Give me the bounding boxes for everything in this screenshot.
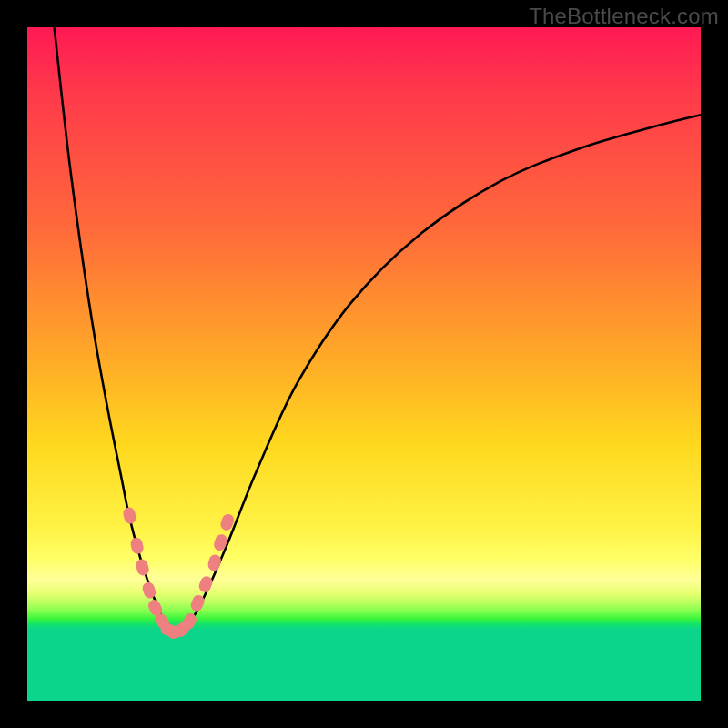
svg-rect-9 xyxy=(181,612,198,632)
marker-dot xyxy=(166,623,186,641)
svg-rect-12 xyxy=(207,553,223,572)
plot-area xyxy=(27,27,701,701)
marker-dot xyxy=(152,612,171,632)
marker-dot xyxy=(141,581,157,600)
marker-dot xyxy=(135,558,151,577)
svg-rect-3 xyxy=(141,581,157,600)
chart-frame: TheBottleneck.com xyxy=(0,0,728,728)
marker-dot xyxy=(212,533,228,552)
curve-layer xyxy=(27,27,701,701)
marker-dot xyxy=(197,574,215,594)
svg-rect-14 xyxy=(219,512,236,531)
svg-rect-6 xyxy=(159,622,178,638)
marker-group xyxy=(122,506,236,641)
svg-rect-4 xyxy=(147,598,165,618)
watermark-text: TheBottleneck.com xyxy=(529,4,719,29)
marker-dot xyxy=(172,620,192,640)
curve-group xyxy=(55,27,701,632)
svg-rect-0 xyxy=(122,506,137,525)
marker-dot xyxy=(159,622,178,638)
curve-left-branch xyxy=(55,27,169,632)
svg-rect-8 xyxy=(172,620,192,640)
marker-dot xyxy=(147,598,165,618)
svg-rect-2 xyxy=(135,558,151,577)
svg-rect-1 xyxy=(129,536,145,555)
marker-dot xyxy=(207,553,223,572)
marker-dot xyxy=(189,593,207,613)
marker-dot xyxy=(129,536,145,555)
svg-rect-11 xyxy=(197,574,215,594)
svg-rect-10 xyxy=(189,593,207,613)
curve-right-branch xyxy=(176,115,701,632)
marker-dot xyxy=(122,506,137,525)
svg-rect-7 xyxy=(166,623,186,641)
marker-dot xyxy=(181,612,198,632)
svg-rect-5 xyxy=(152,612,171,632)
svg-rect-13 xyxy=(212,533,228,552)
marker-dot xyxy=(219,512,236,531)
